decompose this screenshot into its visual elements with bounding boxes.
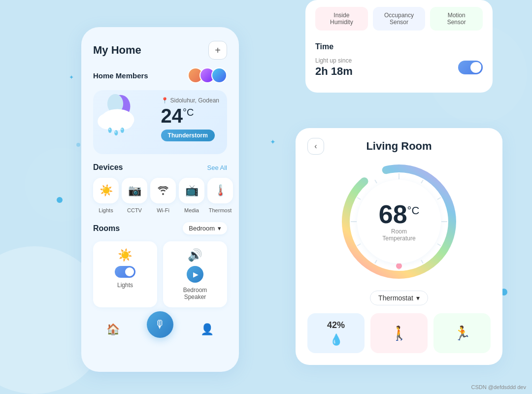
sensor-chip-motion-label: MotionSensor bbox=[437, 12, 476, 26]
sensor-card-motion[interactable]: 🏃 bbox=[433, 313, 491, 353]
profile-nav-icon[interactable]: 👤 bbox=[200, 323, 214, 336]
device-item-cctv[interactable]: 📷 CCTV bbox=[122, 178, 147, 213]
location-text: Sidoluhur, Godean bbox=[170, 97, 219, 104]
rooms-section-header: Rooms Bedroom ▾ bbox=[93, 222, 227, 234]
svg-line-20 bbox=[357, 244, 361, 246]
see-all-button[interactable]: See All bbox=[207, 164, 227, 171]
room-device-card-speaker[interactable]: 🔊 ▶ BedroomSpeaker bbox=[163, 241, 227, 307]
phone-header: My Home + bbox=[93, 41, 227, 60]
sensor-chip-motion[interactable]: MotionSensor bbox=[430, 7, 483, 31]
wifi-icon[interactable] bbox=[150, 178, 176, 203]
room-lights-sun-icon: ☀️ bbox=[118, 248, 133, 262]
home-nav-icon[interactable]: 🏠 bbox=[106, 323, 120, 336]
lights-icon[interactable]: ☀️ bbox=[93, 178, 119, 203]
watermark: CSDN @defdsddd dev bbox=[471, 384, 526, 390]
dial-temperature: 68°C bbox=[379, 201, 420, 227]
humidity-drop-icon: 💧 bbox=[330, 333, 343, 346]
sensor-card-occupancy[interactable]: 🚶 bbox=[370, 313, 428, 353]
location-row: 📍 Sidoluhur, Godean bbox=[161, 97, 219, 104]
dot-decoration-2 bbox=[76, 143, 80, 147]
cctv-icon[interactable]: 📷 bbox=[122, 178, 147, 203]
dial-unit: °C bbox=[407, 204, 420, 217]
sensor-chips-row: InsideHumidity OccupancySensor MotionSen… bbox=[315, 0, 483, 37]
device-item-lights[interactable]: ☀️ Lights bbox=[93, 178, 119, 213]
svg-point-9 bbox=[115, 131, 117, 133]
temp-number: 68 bbox=[379, 200, 407, 229]
media-icon[interactable]: 📺 bbox=[179, 178, 204, 203]
temp-value: 24 bbox=[161, 105, 183, 127]
weather-card: 📍 Sidoluhur, Godean 24°C Thunderstorm bbox=[93, 90, 227, 154]
play-icon: ▶ bbox=[193, 270, 199, 278]
devices-title: Devices bbox=[93, 163, 123, 172]
person-icon: 🚶 bbox=[391, 325, 408, 341]
left-phone-card: My Home + Home Members bbox=[81, 27, 239, 372]
svg-line-22 bbox=[357, 197, 361, 199]
device-item-media[interactable]: 📺 Media bbox=[179, 178, 204, 213]
temperature-display: 24°C bbox=[161, 106, 219, 126]
avatar-3 bbox=[211, 67, 227, 83]
device-item-wifi[interactable]: Wi-Fi bbox=[150, 178, 176, 213]
speaker-play-btn[interactable]: ▶ bbox=[187, 266, 203, 283]
time-section-title: Time bbox=[315, 42, 483, 51]
weather-condition-badge: Thunderstorm bbox=[161, 130, 215, 141]
mic-icon: 🎙 bbox=[155, 318, 166, 331]
sensor-card-humidity[interactable]: 42% 💧 bbox=[307, 313, 365, 353]
home-members-row: Home Members bbox=[93, 67, 227, 83]
device-item-thermostat[interactable]: 🌡️ Thermost bbox=[207, 178, 233, 213]
time-toggle[interactable] bbox=[458, 61, 483, 74]
living-room-title: Living Room bbox=[366, 140, 432, 153]
devices-section-header: Devices See All bbox=[93, 163, 227, 172]
home-members-label: Home Members bbox=[93, 71, 148, 80]
star-decoration-2: ✦ bbox=[270, 138, 276, 146]
thermostat-dropdown: Thermostat ▾ bbox=[307, 291, 491, 305]
svg-point-3 bbox=[98, 113, 117, 129]
time-section: Time Light up since 2h 18m bbox=[315, 37, 483, 83]
star-decoration-3: ✦ bbox=[69, 74, 74, 81]
svg-point-10 bbox=[121, 129, 123, 131]
thermostat-select[interactable]: Thermostat ▾ bbox=[370, 291, 428, 305]
light-up-label: Light up since bbox=[315, 57, 353, 64]
svg-line-13 bbox=[421, 180, 423, 183]
back-button[interactable]: ‹ bbox=[307, 138, 324, 155]
room-device-card-lights[interactable]: ☀️ Lights bbox=[93, 241, 157, 307]
sensor-chip-occupancy-label: OccupancySensor bbox=[380, 12, 419, 26]
svg-point-4 bbox=[115, 115, 133, 130]
motion-icon: 🏃 bbox=[454, 325, 471, 341]
right-top-card: InsideHumidity OccupancySensor MotionSen… bbox=[305, 0, 493, 93]
living-room-card: ‹ Living Room bbox=[296, 128, 502, 365]
device-label-wifi: Wi-Fi bbox=[157, 207, 169, 213]
time-row: Light up since 2h 18m bbox=[315, 57, 483, 78]
add-button[interactable]: + bbox=[208, 41, 227, 60]
sensor-chip-humidity[interactable]: InsideHumidity bbox=[315, 7, 368, 31]
member-avatars bbox=[188, 67, 227, 83]
weather-info: 📍 Sidoluhur, Godean 24°C Thunderstorm bbox=[161, 97, 219, 141]
thermostat-icon[interactable]: 🌡️ bbox=[207, 178, 233, 203]
room-selector-dropdown[interactable]: Bedroom ▾ bbox=[183, 222, 227, 234]
room-device-label-speaker: BedroomSpeaker bbox=[183, 287, 207, 300]
mic-button[interactable]: 🎙 bbox=[147, 311, 173, 338]
temperature-dial: 68°C RoomTemperature bbox=[340, 163, 458, 281]
time-duration: 2h 18m bbox=[315, 65, 353, 78]
lights-toggle[interactable] bbox=[115, 266, 135, 278]
room-device-label-lights: Lights bbox=[117, 282, 133, 289]
devices-row: ☀️ Lights 📷 CCTV Wi-Fi 📺 Media 🌡️ Thermo… bbox=[93, 178, 227, 213]
svg-line-19 bbox=[375, 260, 377, 263]
temp-unit: °C bbox=[183, 107, 194, 118]
room-selector-value: Bedroom bbox=[189, 225, 215, 232]
device-label-cctv: CCTV bbox=[127, 207, 142, 213]
thermostat-select-label: Thermostat bbox=[378, 294, 413, 302]
device-label-thermostat: Thermost bbox=[209, 207, 232, 213]
room-devices-grid: ☀️ Lights 🔊 ▶ BedroomSpeaker bbox=[93, 241, 227, 307]
phone-title: My Home bbox=[93, 44, 141, 57]
dot-decoration-1 bbox=[57, 197, 63, 203]
sensor-chip-occupancy[interactable]: OccupancySensor bbox=[373, 7, 426, 31]
svg-line-14 bbox=[437, 197, 441, 199]
sensor-chip-humidity-label: InsideHumidity bbox=[322, 12, 361, 26]
thermostat-dropdown-arrow: ▾ bbox=[416, 294, 420, 302]
svg-line-23 bbox=[375, 180, 377, 183]
svg-point-24 bbox=[396, 263, 402, 269]
svg-line-17 bbox=[421, 260, 423, 263]
location-pin-icon: 📍 bbox=[161, 97, 168, 104]
svg-point-7 bbox=[121, 128, 124, 133]
weather-icon-area bbox=[93, 94, 142, 138]
